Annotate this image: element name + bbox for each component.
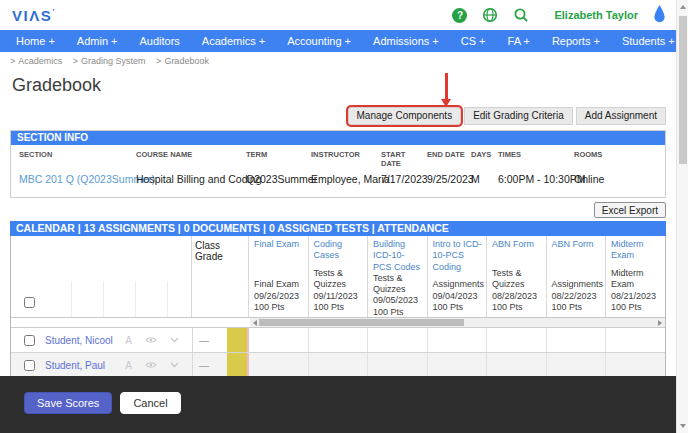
term-value: Q2023Summer <box>246 171 311 185</box>
score-cell[interactable] <box>547 328 607 352</box>
end-date-value: 9/25/2023 <box>427 171 471 185</box>
assignment-header: ABN Form Tests & Quizzes08/28/2023100 Pt… <box>487 236 547 317</box>
vertical-scrollbar[interactable] <box>676 0 688 433</box>
nav-item-admissions[interactable]: Admissions + <box>362 35 450 47</box>
scroll-down-icon[interactable] <box>680 424 686 428</box>
section-link[interactable]: MBC 201 Q (Q2023Summer) <box>19 171 136 185</box>
score-cell[interactable] <box>547 353 607 377</box>
annotation-arrow <box>445 73 448 99</box>
add-assignment-button[interactable]: Add Assignment <box>576 107 666 125</box>
assignment-header: Intro to ICD-10-PCS Coding Assignments09… <box>428 236 488 317</box>
edit-grading-criteria-button[interactable]: Edit Grading Criteria <box>464 107 573 125</box>
score-cell[interactable] <box>249 353 309 377</box>
assignment-header: Final Exam Final Exam09/26/2023100 Pts <box>249 236 309 317</box>
score-cell[interactable] <box>487 328 547 352</box>
select-all-checkbox[interactable] <box>24 297 35 308</box>
student-name-link[interactable]: Student, Nicool <box>45 335 113 346</box>
search-icon[interactable] <box>513 7 529 23</box>
student-checkbox[interactable] <box>24 360 35 371</box>
excel-export-button[interactable]: Excel Export <box>594 202 666 218</box>
score-cell[interactable] <box>428 353 488 377</box>
nav-item-home[interactable]: Home + <box>5 35 66 47</box>
chevron-down-icon[interactable] <box>170 362 179 368</box>
assignment-header: ABN Form Assignments08/22/2023100 Pts <box>547 236 607 317</box>
col-start-date: START DATE <box>381 148 427 171</box>
rooms-value: Online <box>574 171 665 185</box>
eye-icon[interactable] <box>145 361 157 369</box>
col-days: DAYS <box>471 148 498 171</box>
tab-attendance[interactable]: ATTENDANCE <box>377 222 449 234</box>
breadcrumb-gradebook[interactable]: Gradebook <box>164 56 209 66</box>
save-scores-button[interactable]: Save Scores <box>24 392 112 414</box>
vias-logo[interactable]: VIΛS’ <box>12 7 56 24</box>
tab-assignments[interactable]: 13 ASSIGNMENTS <box>84 222 175 234</box>
eye-icon[interactable] <box>145 336 157 344</box>
score-cell[interactable] <box>606 353 666 377</box>
col-course-name: COURSE NAME <box>136 148 246 171</box>
assignment-link[interactable]: Final Exam <box>254 239 304 250</box>
student-checkbox[interactable] <box>24 335 35 346</box>
manage-components-button[interactable]: Manage Components <box>348 107 462 125</box>
header-select-cell <box>11 236 192 317</box>
assignment-link[interactable]: Building ICD-10-PCS Codes <box>373 239 423 273</box>
attendance-icon[interactable]: A <box>125 335 132 346</box>
footer-action-bar: Save Scores Cancel <box>0 376 676 433</box>
cancel-button[interactable]: Cancel <box>120 392 180 414</box>
score-cell[interactable] <box>606 328 666 352</box>
nav-item-cs[interactable]: CS + <box>450 35 497 47</box>
assignment-link[interactable]: Intro to ICD-10-PCS Coding <box>433 239 483 273</box>
assignment-header: Building ICD-10-PCS Codes Tests & Quizze… <box>368 236 428 317</box>
nav-item-reports[interactable]: Reports + <box>541 35 611 47</box>
scroll-right-icon[interactable] <box>658 320 662 326</box>
scrollbar-thumb[interactable] <box>679 16 687 164</box>
assignment-link[interactable]: Midterm Exam <box>611 239 661 262</box>
scroll-up-icon[interactable] <box>680 5 686 9</box>
breadcrumb-academics[interactable]: Academics <box>18 56 62 66</box>
class-grade-header: Class Grade <box>192 236 249 317</box>
assignment-header: Midterm Exam Midterm Exam08/21/2023100 P… <box>606 236 666 317</box>
highlight-column <box>227 328 249 352</box>
score-cell[interactable] <box>309 353 369 377</box>
user-name[interactable]: Elizabeth Taylor <box>554 9 638 21</box>
chevron-down-icon[interactable] <box>170 337 179 343</box>
tab-documents[interactable]: 0 DOCUMENTS <box>184 222 260 234</box>
assignment-link[interactable]: ABN Form <box>552 239 602 250</box>
section-info-title: SECTION INFO <box>11 131 665 145</box>
assignment-link[interactable]: ABN Form <box>492 239 542 250</box>
col-term: TERM <box>246 148 311 171</box>
nav-item-admin[interactable]: Admin + <box>66 35 129 47</box>
score-cell[interactable] <box>368 353 428 377</box>
score-cell[interactable] <box>249 328 309 352</box>
assignment-header: Coding Cases Tests & Quizzes09/11/202310… <box>309 236 369 317</box>
nav-item-students[interactable]: Students + <box>611 35 686 47</box>
gradebook-tabs-bar: CALENDAR | 13 ASSIGNMENTS | 0 DOCUMENTS … <box>10 221 666 236</box>
breadcrumb-grading-system[interactable]: Grading System <box>81 56 146 66</box>
tab-calendar[interactable]: CALENDAR <box>16 222 75 234</box>
class-grade-value: — <box>192 328 227 352</box>
student-name-link[interactable]: Student, Paul <box>45 360 105 371</box>
score-cell[interactable] <box>309 328 369 352</box>
assignment-link[interactable]: Coding Cases <box>314 239 364 262</box>
main-nav: Home + Admin + Auditors Academics + Acco… <box>0 30 676 52</box>
score-cell[interactable] <box>368 328 428 352</box>
nav-item-academics[interactable]: Academics + <box>191 35 276 47</box>
class-grade-value: — <box>192 353 227 377</box>
top-header: VIΛS’ ? Elizabeth Taylor <box>0 0 676 30</box>
help-icon[interactable]: ? <box>452 8 467 23</box>
score-cell[interactable] <box>487 353 547 377</box>
attendance-icon[interactable]: A <box>125 360 132 371</box>
section-info-panel: SECTION INFO SECTION COURSE NAME TERM IN… <box>10 130 666 198</box>
scrollbar-thumb[interactable] <box>259 319 464 326</box>
globe-icon[interactable] <box>482 7 498 23</box>
pen-icon[interactable] <box>653 5 666 25</box>
nav-item-fa[interactable]: FA + <box>497 35 541 47</box>
app-window: VIΛS’ ? Elizabeth Taylor Home + Admin + … <box>0 0 688 433</box>
nav-item-auditors[interactable]: Auditors <box>129 35 191 47</box>
score-cell[interactable] <box>428 328 488 352</box>
scroll-left-icon[interactable] <box>253 320 257 326</box>
nav-item-accounting[interactable]: Accounting + <box>276 35 362 47</box>
col-end-date: END DATE <box>427 148 471 171</box>
horizontal-scrollbar-top[interactable] <box>250 318 665 327</box>
tab-assigned-tests[interactable]: 0 ASSIGNED TESTS <box>269 222 369 234</box>
highlight-column <box>227 353 249 377</box>
